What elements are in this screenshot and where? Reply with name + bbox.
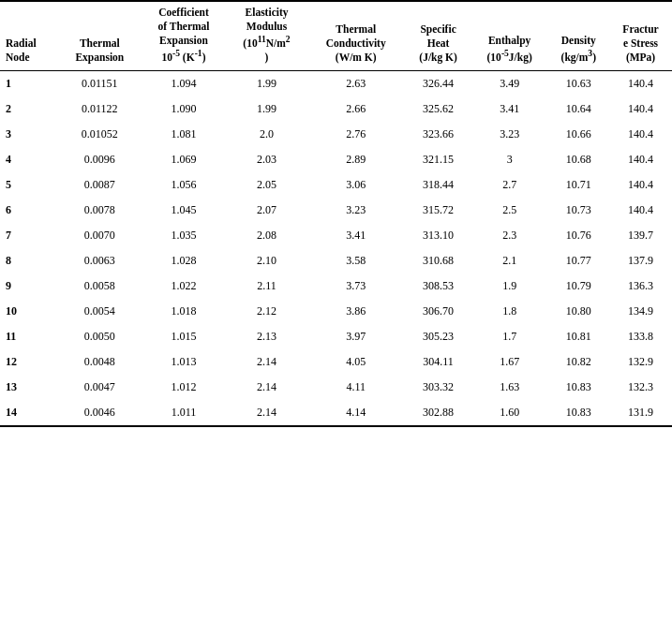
cell-row12-col1: 12	[0, 349, 59, 375]
cell-row2-col6: 325.62	[405, 96, 470, 122]
cell-row7-col3: 1.035	[141, 223, 227, 248]
cell-row12-col2: 0.0048	[59, 349, 141, 375]
cell-row11-col8: 10.81	[548, 324, 609, 349]
cell-row6-col5: 3.23	[306, 198, 405, 223]
cell-row7-col6: 313.10	[405, 223, 470, 248]
table-row: 70.00701.0352.083.41313.102.310.76139.7	[0, 223, 672, 248]
cell-row14-col3: 1.011	[141, 400, 227, 426]
cell-row10-col1: 10	[0, 299, 59, 324]
cell-row7-col1: 7	[0, 223, 59, 248]
cell-row3-col6: 323.66	[405, 122, 470, 147]
cell-row10-col2: 0.0054	[59, 299, 141, 324]
cell-row14-col8: 10.83	[548, 400, 609, 426]
table-row: 100.00541.0182.123.86306.701.810.80134.9	[0, 299, 672, 324]
cell-row6-col4: 2.07	[227, 198, 306, 223]
col-header-radial-node: RadialNode	[0, 1, 59, 70]
cell-row7-col2: 0.0070	[59, 223, 141, 248]
table-row: 30.010521.0812.02.76323.663.2310.66140.4	[0, 122, 672, 147]
cell-row14-col7: 1.60	[471, 400, 548, 426]
table-row: 40.00961.0692.032.89321.15310.68140.4	[0, 147, 672, 172]
cell-row4-col5: 2.89	[306, 147, 405, 172]
cell-row13-col3: 1.012	[141, 375, 227, 400]
cell-row5-col6: 318.44	[405, 172, 470, 198]
cell-row10-col8: 10.80	[548, 299, 609, 324]
col-header-density: Density(kg/m3)	[548, 1, 609, 70]
cell-row1-col8: 10.63	[548, 70, 609, 96]
col-header-coeff-thermal: Coefficientof ThermalExpansion10-5 (K-1)	[141, 1, 227, 70]
cell-row14-col2: 0.0046	[59, 400, 141, 426]
col-header-fracture-stress: Fracture Stress(MPa)	[609, 1, 672, 70]
cell-row12-col4: 2.14	[227, 349, 306, 375]
table-row: 90.00581.0222.113.73308.531.910.79136.3	[0, 274, 672, 299]
cell-row4-col9: 140.4	[609, 147, 672, 172]
cell-row6-col9: 140.4	[609, 198, 672, 223]
cell-row8-col5: 3.58	[306, 248, 405, 274]
col-header-thermal-expansion: ThermalExpansion	[59, 1, 141, 70]
cell-row8-col6: 310.68	[405, 248, 470, 274]
cell-row4-col6: 321.15	[405, 147, 470, 172]
col-header-enthalpy: Enthalpy(10-5J/kg)	[471, 1, 548, 70]
table-row: 50.00871.0562.053.06318.442.710.71140.4	[0, 172, 672, 198]
cell-row8-col4: 2.10	[227, 248, 306, 274]
cell-row5-col5: 3.06	[306, 172, 405, 198]
cell-row9-col4: 2.11	[227, 274, 306, 299]
cell-row13-col4: 2.14	[227, 375, 306, 400]
cell-row3-col8: 10.66	[548, 122, 609, 147]
col-header-thermal-conductivity: ThermalConductivity(W/m K)	[306, 1, 405, 70]
cell-row12-col8: 10.82	[548, 349, 609, 375]
cell-row8-col3: 1.028	[141, 248, 227, 274]
cell-row12-col6: 304.11	[405, 349, 470, 375]
cell-row11-col1: 11	[0, 324, 59, 349]
cell-row8-col1: 8	[0, 248, 59, 274]
cell-row10-col6: 306.70	[405, 299, 470, 324]
cell-row13-col7: 1.63	[471, 375, 548, 400]
cell-row6-col6: 315.72	[405, 198, 470, 223]
data-table: RadialNode ThermalExpansion Coefficiento…	[0, 0, 672, 427]
cell-row7-col5: 3.41	[306, 223, 405, 248]
cell-row8-col2: 0.0063	[59, 248, 141, 274]
cell-row12-col7: 1.67	[471, 349, 548, 375]
cell-row9-col5: 3.73	[306, 274, 405, 299]
cell-row6-col7: 2.5	[471, 198, 548, 223]
cell-row1-col9: 140.4	[609, 70, 672, 96]
cell-row10-col7: 1.8	[471, 299, 548, 324]
cell-row13-col2: 0.0047	[59, 375, 141, 400]
cell-row3-col4: 2.0	[227, 122, 306, 147]
cell-row1-col2: 0.01151	[59, 70, 141, 96]
cell-row12-col5: 4.05	[306, 349, 405, 375]
cell-row4-col3: 1.069	[141, 147, 227, 172]
cell-row6-col8: 10.73	[548, 198, 609, 223]
cell-row1-col1: 1	[0, 70, 59, 96]
cell-row9-col3: 1.022	[141, 274, 227, 299]
cell-row10-col4: 2.12	[227, 299, 306, 324]
cell-row5-col4: 2.05	[227, 172, 306, 198]
cell-row13-col8: 10.83	[548, 375, 609, 400]
cell-row8-col7: 2.1	[471, 248, 548, 274]
cell-row5-col2: 0.0087	[59, 172, 141, 198]
cell-row2-col9: 140.4	[609, 96, 672, 122]
table-row: 10.011511.0941.992.63326.443.4910.63140.…	[0, 70, 672, 96]
cell-row2-col8: 10.64	[548, 96, 609, 122]
cell-row11-col7: 1.7	[471, 324, 548, 349]
cell-row5-col7: 2.7	[471, 172, 548, 198]
cell-row7-col9: 139.7	[609, 223, 672, 248]
cell-row10-col5: 3.86	[306, 299, 405, 324]
cell-row6-col1: 6	[0, 198, 59, 223]
cell-row5-col1: 5	[0, 172, 59, 198]
cell-row14-col1: 14	[0, 400, 59, 426]
cell-row2-col4: 1.99	[227, 96, 306, 122]
cell-row11-col5: 3.97	[306, 324, 405, 349]
col-header-elasticity-modulus: ElasticityModulus(1011N/m2)	[227, 1, 306, 70]
table-row: 80.00631.0282.103.58310.682.110.77137.9	[0, 248, 672, 274]
cell-row7-col8: 10.76	[548, 223, 609, 248]
cell-row13-col9: 132.3	[609, 375, 672, 400]
cell-row12-col9: 132.9	[609, 349, 672, 375]
cell-row2-col5: 2.66	[306, 96, 405, 122]
cell-row14-col4: 2.14	[227, 400, 306, 426]
cell-row2-col3: 1.090	[141, 96, 227, 122]
cell-row4-col7: 3	[471, 147, 548, 172]
cell-row3-col9: 140.4	[609, 122, 672, 147]
cell-row2-col7: 3.41	[471, 96, 548, 122]
table-row: 130.00471.0122.144.11303.321.6310.83132.…	[0, 375, 672, 400]
cell-row8-col8: 10.77	[548, 248, 609, 274]
